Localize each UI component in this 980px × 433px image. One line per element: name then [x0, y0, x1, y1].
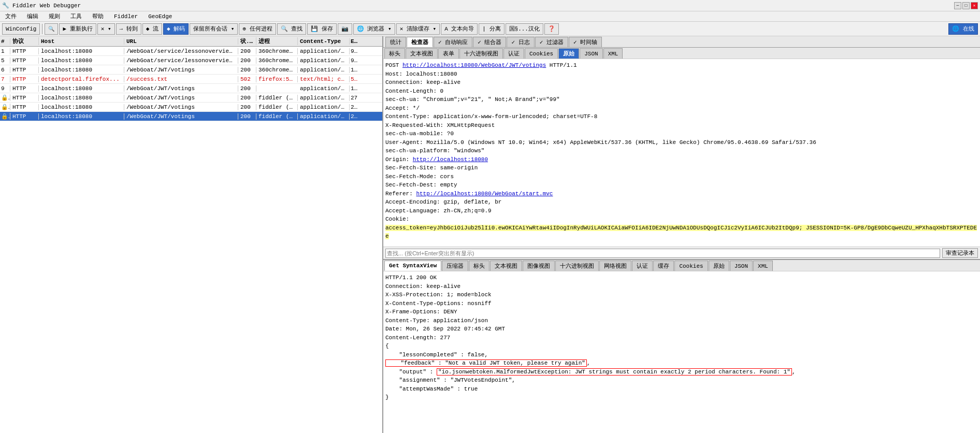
req-subtab-XML[interactable]: XML: [603, 48, 623, 59]
text-direction-button[interactable]: A 文本向导: [441, 23, 478, 35]
cell-col-status: 200: [238, 57, 256, 64]
audit-button[interactable]: 审查记录本: [942, 248, 978, 258]
req-subtab-标头[interactable]: 标头: [384, 48, 405, 59]
resp-subtab-网络视图[interactable]: 网络视图: [599, 261, 631, 271]
clear-cache-button[interactable]: ✕ 清除缓存 ▾: [396, 23, 440, 35]
resp-subtab-文本视图[interactable]: 文本视图: [490, 261, 522, 271]
resp-subtab-认证[interactable]: 认证: [632, 261, 653, 271]
col-host-header: Host: [39, 38, 124, 45]
winconfig-button[interactable]: WinConfig: [2, 23, 40, 35]
req-subtab-认证[interactable]: 认证: [503, 48, 524, 59]
split-button[interactable]: | 分离: [479, 23, 504, 35]
table-row[interactable]: 7HTTPdetectportal.firefox.../success.txt…: [0, 75, 382, 84]
cell-col-url: /WebGoat/service/lessonoverview.mvc: [124, 48, 238, 54]
keep-button[interactable]: 保留所有会话 ▾: [190, 23, 238, 35]
resp-subtab-标头[interactable]: 标头: [469, 261, 489, 271]
req-line: Content-Length: 0: [385, 87, 978, 96]
help-button[interactable]: ❓: [544, 23, 559, 35]
req-subtab-Cookies[interactable]: Cookies: [525, 48, 558, 59]
menu-item-编辑[interactable]: 编辑: [24, 12, 41, 21]
tab-时间轴[interactable]: ✓ 时间轴: [569, 37, 602, 47]
tab-检查器[interactable]: 检查器: [407, 37, 433, 47]
req-subtab-JSON[interactable]: JSON: [580, 48, 602, 59]
table-row[interactable]: 6HTTPlocalhost:18080/WebGoat/JWT/votings…: [0, 65, 382, 75]
tab-过滤器[interactable]: ✓ 过滤器: [535, 37, 568, 47]
any-process-button[interactable]: ⊕ 任何进程: [239, 23, 276, 35]
menu-item-帮助[interactable]: 帮助: [89, 12, 107, 21]
menu-item-Fiddler[interactable]: Fiddler: [111, 13, 141, 20]
tab-日志[interactable]: ✓ 日志: [507, 37, 534, 47]
resp-subtab-图像视图[interactable]: 图像视图: [523, 261, 555, 271]
req-subtab-十六进制视图[interactable]: 十六进制视图: [459, 48, 503, 59]
table-row[interactable]: 🔒 1HTTPlocalhost:18080/WebGoat/JWT/votin…: [0, 112, 382, 121]
resp-subtab-压缩器[interactable]: 压缩器: [442, 261, 468, 271]
cell-col-hash: 🔒 1: [0, 94, 10, 101]
cell-col-host: localhost:18080: [39, 95, 124, 101]
menu-item-工具[interactable]: 工具: [67, 12, 85, 21]
cell-col-status: 200: [238, 95, 256, 101]
resp-line: X-Content-Type-Options: nosniff: [385, 299, 978, 308]
main-container: # 协议 Host URL 状... 进程 Content-Type E... …: [0, 36, 980, 433]
cell-col-host: localhost:18080: [39, 104, 124, 110]
table-row[interactable]: 9HTTPlocalhost:18080/WebGoat/JWT/votings…: [0, 84, 382, 93]
table-row[interactable]: 5HTTPlocalhost:18080/WebGoat/service/les…: [0, 56, 382, 65]
save-button[interactable]: 💾 保存: [307, 23, 337, 35]
maximize-button[interactable]: □: [962, 2, 970, 9]
req-subtab-表单[interactable]: 表单: [438, 48, 459, 59]
cell-col-ctype: text/html; charset=UT...: [298, 76, 350, 82]
cell-col-proto: HTTP: [10, 85, 39, 92]
stream-button[interactable]: ◆ 流: [142, 23, 162, 35]
online-button[interactable]: 🌐 在线: [948, 23, 978, 35]
resp-subtab-Cookies[interactable]: Cookies: [674, 261, 708, 271]
cell-col-e: 27: [350, 95, 360, 101]
resp-line: "output" : "io.jsonwebtoken.MalformedJwt…: [385, 368, 978, 377]
cell-col-hash: 1: [0, 48, 10, 54]
req-line: Content-Type: application/x-www-form-url…: [385, 112, 978, 121]
resp-subtab-JSON[interactable]: JSON: [730, 261, 753, 271]
cell-col-e: 277: [350, 113, 360, 120]
table-row[interactable]: 1HTTPlocalhost:18080/WebGoat/service/les…: [0, 47, 382, 56]
menu-item-规则[interactable]: 规则: [46, 12, 63, 21]
cell-col-proto: HTTP: [10, 57, 39, 64]
resp-subtab-原始[interactable]: 原始: [709, 261, 729, 271]
resp-subtab-十六进制视图[interactable]: 十六进制视图: [555, 261, 599, 271]
browse-button[interactable]: 🌐 浏览器 ▾: [353, 23, 395, 35]
cell-col-proc: 360chromex:...: [256, 57, 298, 64]
cell-col-ctype: application/json: [298, 57, 350, 64]
resp-line: Connection: keep-alive: [385, 282, 978, 291]
request-search-input[interactable]: [385, 249, 940, 258]
resp-subtab-XML[interactable]: XML: [753, 261, 773, 271]
goto-button[interactable]: → 转到: [116, 23, 141, 35]
menu-item-GeoEdge[interactable]: GeoEdge: [145, 13, 175, 20]
decode-button[interactable]: ◆ 解码: [163, 23, 189, 35]
search-icon-btn[interactable]: 🔍: [45, 23, 58, 35]
menu-item-文件[interactable]: 文件: [2, 12, 20, 21]
resp-line: "feedback" : "Not a valid JWT token, ple…: [385, 359, 978, 368]
tab-统计[interactable]: 统计: [385, 37, 406, 47]
req-line: sec-ch-ua-mobile: ?0: [385, 129, 978, 138]
camera-button[interactable]: 📷: [338, 23, 352, 35]
req-line: X-Requested-With: XMLHttpRequest: [385, 121, 978, 130]
find-button[interactable]: 🔍 查找: [277, 23, 307, 35]
resp-subtab-Get SyntaxView[interactable]: Get SyntaxView: [384, 261, 441, 271]
resp-line: Content-Length: 277: [385, 334, 978, 342]
minimize-button[interactable]: ─: [954, 2, 961, 9]
cell-col-proc: 360chromex:...: [256, 67, 298, 73]
resp-subtab-缓存[interactable]: 缓存: [653, 261, 674, 271]
close-button[interactable]: ✕: [971, 2, 978, 9]
req-subtab-原始[interactable]: 原始: [558, 48, 579, 59]
req-subtab-文本视图[interactable]: 文本视图: [406, 48, 438, 59]
cell-col-status: 200: [238, 113, 256, 120]
reexecute-button[interactable]: ▶ 重新执行: [59, 23, 96, 35]
tab-自动响应[interactable]: ✓ 自动响应: [434, 37, 472, 47]
col-url-header: URL: [124, 38, 238, 45]
response-content: HTTP/1.1 200 OKConnection: keep-aliveX-X…: [383, 271, 980, 433]
cell-col-proc: firefox:5844: [256, 76, 298, 82]
table-row[interactable]: 🔒 1HTTPlocalhost:18080/WebGoat/JWT/votin…: [0, 93, 382, 103]
remove-button[interactable]: ✕ ▾: [97, 23, 115, 35]
titlebar: 🔧 Fiddler Web Debugger ─ □ ✕: [0, 0, 980, 11]
encoding-button[interactable]: 国§...汉化: [506, 23, 543, 35]
cell-col-e: 582: [350, 76, 360, 82]
table-row[interactable]: 🔒 1HTTPlocalhost:18080/WebGoat/JWT/votin…: [0, 103, 382, 112]
tab-组合器[interactable]: ✓ 组合器: [473, 37, 506, 47]
